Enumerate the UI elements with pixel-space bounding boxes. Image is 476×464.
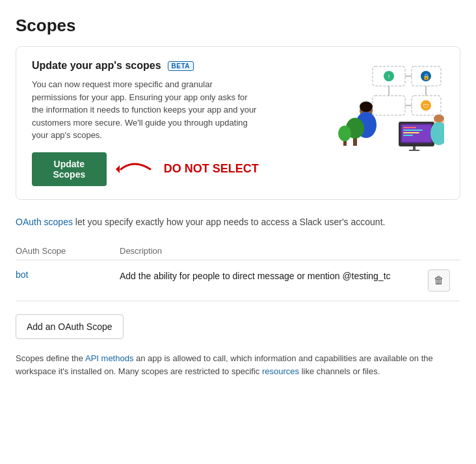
oauth-intro-text: let you specify exactly how your app nee… (73, 217, 385, 227)
do-not-select-label: DO NOT SELECT (164, 162, 259, 176)
resources-link[interactable]: resources (262, 366, 299, 376)
update-scopes-button[interactable]: Update Scopes (32, 152, 107, 186)
svg-rect-20 (403, 132, 419, 133)
col-scope-header: OAuth Scope (16, 242, 120, 260)
api-methods-link[interactable]: API methods (85, 353, 133, 363)
scope-action-cell: 🗑 (428, 260, 460, 301)
banner-content: Update your app's scopes BETA You can no… (32, 60, 259, 186)
beta-banner: Update your app's scopes BETA You can no… (16, 46, 460, 200)
banner-title-text: Update your app's scopes (32, 60, 161, 72)
add-oauth-scope-button[interactable]: Add an OAuth Scope (16, 314, 124, 339)
scopes-table: OAuth Scope Description botAdd the abili… (16, 242, 460, 301)
svg-text:↑: ↑ (388, 73, 391, 80)
svg-rect-21 (403, 135, 413, 136)
svg-rect-3 (373, 96, 405, 115)
oauth-scopes-link[interactable]: OAuth scopes (16, 217, 73, 227)
svg-text:🔒: 🔒 (423, 73, 430, 81)
scope-description-cell: Add the ability for people to direct mes… (120, 260, 428, 301)
svg-point-33 (338, 126, 351, 141)
svg-marker-0 (116, 165, 120, 173)
delete-scope-button[interactable]: 🗑 (428, 269, 450, 292)
oauth-intro: OAuth scopes let you specify exactly how… (16, 215, 460, 229)
scope-link[interactable]: bot (16, 269, 28, 280)
table-row: botAdd the ability for people to direct … (16, 260, 460, 301)
svg-point-29 (434, 115, 444, 122)
button-row: Update Scopes DO NOT SELECT (32, 152, 259, 186)
svg-point-26 (360, 102, 373, 112)
svg-rect-18 (403, 127, 416, 128)
arrow-icon (114, 157, 153, 181)
svg-text:🛡: 🛡 (423, 103, 429, 109)
beta-badge: BETA (168, 61, 194, 71)
scope-name-cell: bot (16, 260, 120, 301)
footer-text: Scopes define the API methods an app is … (16, 352, 460, 379)
page-title: Scopes (16, 16, 460, 36)
banner-description: You can now request more specific and gr… (32, 78, 259, 142)
svg-rect-23 (409, 150, 419, 151)
col-description-header: Description (120, 242, 428, 260)
banner-illustration: ↑ 🔒 🛡 (314, 60, 444, 151)
footer-end-text: like channels or files. (299, 366, 380, 376)
svg-rect-19 (403, 130, 423, 131)
banner-title: Update your app's scopes BETA (32, 60, 259, 72)
